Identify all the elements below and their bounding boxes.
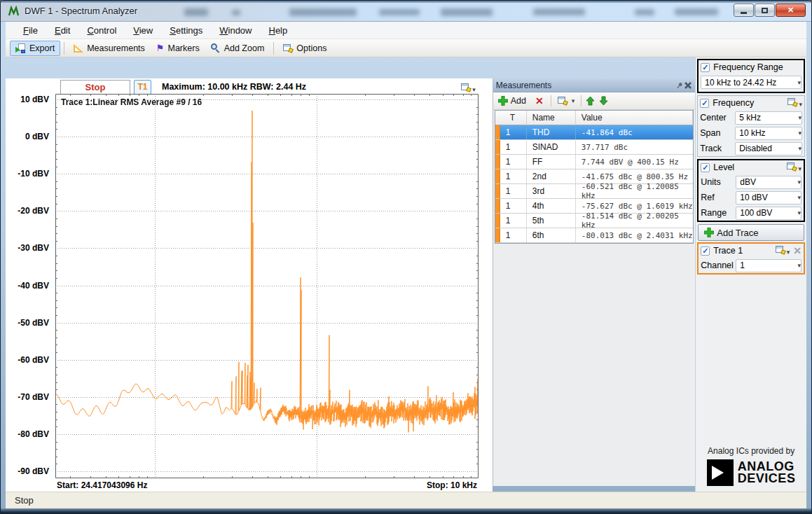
center-select[interactable]: 5 kHz▾ [735,111,802,125]
menu-file[interactable]: File [15,23,46,38]
trace1-label: Trace 1 [713,246,771,256]
measurement-cell: 4th [527,199,576,213]
add-zoom-label: Add Zoom [224,43,265,53]
units-select[interactable]: dBV▾ [736,176,801,189]
measurement-cell: 1 [500,199,527,213]
chevron-down-icon: ▾ [797,209,801,216]
markers-button[interactable]: ⚑ Markers [151,41,205,56]
minimize-icon [741,12,747,14]
measurement-cell: 3rd [527,184,576,198]
menu-help[interactable]: Help [261,23,295,38]
measurements-header-row: T Name Value [495,111,693,125]
track-select[interactable]: Disabled▾ [735,142,802,155]
menu-edit[interactable]: Edit [47,23,78,38]
y-tick-label: -60 dBV [18,355,49,365]
trace-color-indicator [495,228,500,242]
trace1-options-button[interactable]: ▾ [776,246,790,256]
ref-select[interactable]: 10 dBV▾ [736,191,801,204]
trace1-tab[interactable]: T1 [134,80,151,95]
maximize-button[interactable] [755,4,775,17]
options-icon [283,44,293,53]
spectrum-plot[interactable] [55,94,479,478]
menu-view[interactable]: View [125,23,160,38]
track-value: Disabled [739,144,797,153]
measurements-button[interactable]: Measurements [68,41,151,56]
title-bar[interactable]: DWF 1 - Spectrum Analyzer ✕ [1,1,811,22]
measurement-cell: 1 [500,228,527,242]
center-label: Center [700,113,732,123]
options-icon [461,83,471,92]
measurement-cell: 1 [500,155,527,169]
frequency-label: Frequency [713,98,784,108]
spectrum-panel: Stop T1 Maximum: 10.00 kHz RBW: 2.44 Hz … [6,78,493,492]
chevron-down-icon: ▾ [797,179,801,186]
add-trace-button[interactable]: Add Trace [698,224,804,241]
status-text: Stop [15,495,34,506]
units-label: Units [701,177,733,187]
menu-control[interactable]: Control [79,23,124,38]
plot-options-button[interactable]: ▾ [461,82,476,95]
chevron-down-icon: ▾ [798,130,801,137]
measurement-cell: 1 [500,125,527,139]
delete-measurement-icon[interactable]: ✕ [532,95,546,106]
export-button[interactable]: Export [10,41,60,56]
measurement-row[interactable]: 1THD-41.864 dBc [495,125,693,140]
options-button[interactable]: Options [277,41,332,56]
close-button[interactable]: ✕ [776,4,806,17]
toolbar-separator [64,42,64,55]
main-row: Stop T1 Maximum: 10.00 kHz RBW: 2.44 Hz … [6,78,695,492]
column-header-value: Value [576,111,693,125]
measurement-row[interactable]: 16th-80.013 dBc @ 2.4031 kHz [495,228,693,243]
measurement-row[interactable]: 1FF7.744 dBV @ 400.15 Hz [495,155,693,169]
y-tick-label: -30 dBV [18,243,49,253]
y-tick-label: -70 dBV [18,392,49,402]
level-checkbox[interactable]: ✓ [701,163,710,172]
measurement-row[interactable]: 1SINAD37.717 dBc [495,140,693,155]
measurement-row[interactable]: 15th-81.514 dBc @ 2.00205 kHz [495,214,693,228]
measurement-cell: 5th [527,214,576,228]
export-icon [15,43,26,53]
options-icon [776,246,785,254]
trace1-close-icon[interactable]: ✕ [793,245,801,256]
flag-icon: ⚑ [156,43,165,53]
pin-icon[interactable] [675,81,684,90]
level-group: ✓ Level ▾ Units dBV▾ Ref 10 dBV▾ Range 1… [697,159,805,222]
measurement-cell: 1 [500,214,527,228]
measurement-row[interactable]: 13rd-60.521 dBc @ 1.20085 kHz [495,184,693,199]
minimize-button[interactable] [734,4,754,17]
measurements-titlebar[interactable]: Measurements [493,78,695,92]
measurement-cell: 7.744 dBV @ 400.15 Hz [576,155,693,169]
range-select[interactable]: 100 dBV▾ [736,207,801,220]
measurement-cell: -41.675 dBc @ 800.35 Hz [576,169,693,183]
add-trace-label: Add Trace [717,228,758,238]
y-tick-label: 10 dBV [20,95,49,104]
trace1-checkbox[interactable]: ✓ [701,246,710,256]
frequency-range-checkbox[interactable]: ✓ [701,63,710,72]
add-zoom-button[interactable]: Add Zoom [205,41,270,56]
move-up-icon[interactable] [586,96,595,106]
ref-value: 10 dBV [740,193,796,202]
frequency-checkbox[interactable]: ✓ [700,99,709,108]
span-select[interactable]: 10 kHz▾ [735,127,802,140]
measurement-cell: 6th [527,228,576,242]
frequency-options-button[interactable]: ▾ [787,98,802,109]
measurement-cell: SINAD [527,140,576,154]
level-options-button[interactable]: ▾ [787,162,801,173]
move-down-icon[interactable] [599,96,608,106]
measurement-options-button[interactable]: ▾ [556,95,577,106]
menu-settings[interactable]: Settings [162,23,210,38]
panel-close-icon[interactable] [684,81,692,90]
adi-caption: Analog ICs provided by [696,446,806,456]
add-measurement-button[interactable]: Add [496,95,528,107]
frequency-range-value: 10 kHz to 24.42 Hz [705,78,796,88]
menu-window[interactable]: Window [212,23,259,38]
acquisition-state-tab[interactable]: Stop [60,80,130,95]
chevron-down-icon: ▾ [798,165,801,172]
chevron-down-icon: ▾ [797,262,801,269]
chevron-down-icon: ▾ [798,145,801,152]
channel-select[interactable]: 1▾ [736,259,801,272]
frequency-range-select[interactable]: 10 kHz to 24.42 Hz ▾ [701,76,801,89]
trace-color-indicator [495,199,500,213]
trace1-group: ✓ Trace 1 ▾ ✕ Channel 1▾ [697,242,805,275]
measurements-panel: Measurements Add ✕ [493,78,695,486]
